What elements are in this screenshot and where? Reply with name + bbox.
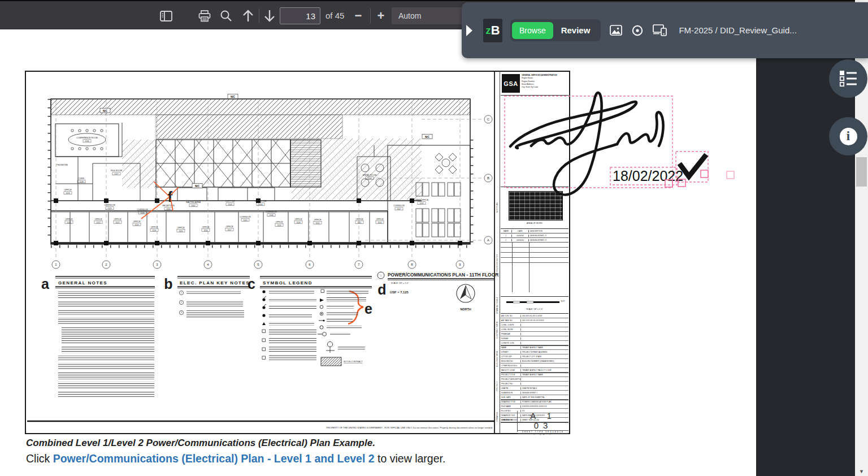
scrollbar-down-arrow[interactable]: ▼ [855, 467, 868, 476]
zoom-in-button[interactable]: + [372, 7, 390, 25]
page-up-icon[interactable] [239, 7, 257, 25]
info-button[interactable]: i [829, 117, 867, 155]
resize-handle[interactable] [678, 179, 685, 187]
svg-text:1118: 1118 [296, 222, 300, 224]
svg-text:f: f [168, 189, 173, 205]
svg-text:SUPPLY RM: SUPPLY RM [255, 200, 266, 202]
search-icon[interactable] [217, 7, 235, 25]
browse-button[interactable]: Browse [512, 22, 553, 39]
svg-text:NIC: NIC [231, 96, 236, 98]
svg-text:1108: 1108 [367, 178, 371, 180]
svg-text:1116: 1116 [203, 230, 207, 232]
svg-text:CORR.: CORR. [78, 178, 85, 180]
svg-text:USF = 7,125: USF = 7,125 [390, 291, 409, 294]
svg-text:OFFICE: OFFICE [114, 218, 121, 220]
svg-text:b: b [164, 276, 172, 292]
svg-text:BREAK ROOM: BREAK ROOM [363, 174, 376, 176]
svg-text:1: 1 [181, 292, 182, 294]
svg-text:SCALE: 1/8" = 1'-0": SCALE: 1/8" = 1'-0" [391, 282, 409, 284]
svg-text:OFFICE: OFFICE [275, 221, 283, 223]
graphic-scale: 16 FT SCALE: 1/8" = 1'-0" [501, 297, 568, 314]
svg-text:CORRIDOR: CORRIDOR [393, 205, 405, 207]
zoom-select[interactable]: Autom [392, 7, 465, 24]
review-button[interactable]: Review [553, 25, 600, 35]
revision-blank-rows [501, 243, 568, 292]
svg-text:NIC: NIC [195, 185, 200, 188]
info-icon: i [840, 128, 857, 145]
drawing-number: A 1 03 [518, 411, 568, 431]
svg-text:SYMBOL LEGEND: SYMBOL LEGEND [263, 280, 313, 285]
svg-text:1129: 1129 [107, 207, 111, 210]
side-label: DRAWING [496, 405, 498, 428]
svg-text:ELEC. PLAN KEY NOTES: ELEC. PLAN KEY NOTES [180, 280, 250, 285]
svg-text:1127: 1127 [114, 173, 118, 175]
elevator-core [156, 140, 321, 187]
print-icon[interactable] [196, 7, 214, 25]
svg-text:OFFICE: OFFICE [376, 218, 384, 220]
agency-line: City, State Zip Code [522, 86, 557, 89]
svg-text:e: e [364, 301, 372, 317]
sidebar-toggle-icon[interactable] [157, 7, 175, 25]
mode-toggle: Browse Review [510, 19, 601, 41]
svg-text:1103: 1103 [228, 204, 232, 206]
svg-text:a: a [41, 276, 50, 292]
plan-link[interactable]: Power/Communications (Electrical) Plan -… [53, 452, 375, 465]
government-notice: PROPERTY OF THE UNITED STATES GOVERNMENT… [327, 426, 493, 429]
devices-icon[interactable] [653, 24, 667, 36]
svg-text:1125: 1125 [67, 222, 71, 224]
zoom-out-button[interactable]: − [349, 7, 367, 25]
scrollbar-thumb[interactable] [856, 157, 867, 187]
svg-text:PHONE RM: PHONE RM [57, 164, 67, 166]
svg-text:1100: 1100 [166, 208, 170, 210]
gsa-header: GSA GENERAL SERVICES ADMINISTRATION Regi… [501, 73, 568, 96]
side-label: DRAWING SCALE [496, 294, 498, 317]
side-label: KEY PLAN [496, 196, 498, 219]
page-down-icon[interactable] [261, 7, 279, 25]
svg-text:1126: 1126 [85, 140, 89, 142]
svg-text:1110: 1110 [377, 222, 381, 224]
svg-text:1107: 1107 [397, 208, 401, 210]
key-plan-thumbnail [509, 191, 563, 220]
titleblock-side-strip: KEY PLAN REVISION NOTES DRAWING SCALE CO… [495, 72, 500, 433]
date-selection-box[interactable] [610, 167, 677, 185]
review-list-button[interactable] [829, 59, 867, 98]
page-number-input[interactable] [280, 7, 320, 24]
building-data-rows: NAMETENANT AGENCY NAMESTREETPROJECT STRE… [501, 345, 568, 373]
svg-text:1120: 1120 [134, 224, 138, 226]
resize-handle[interactable] [701, 170, 708, 178]
svg-text:1104: 1104 [258, 204, 262, 206]
toolbar-divider [259, 8, 259, 23]
svg-text:C: C [487, 118, 490, 121]
date-annotation[interactable]: 18/02/2022 [613, 168, 683, 184]
collapse-arrow-icon[interactable] [466, 25, 472, 36]
svg-text:1130: 1130 [140, 212, 144, 214]
svg-text:CORRIDOR: CORRIDOR [104, 204, 115, 206]
revision-table: MARK DATE DESCRIPTION 1 00/00/00 DESIGN-… [501, 229, 568, 297]
zipboard-logo[interactable]: zB [483, 19, 502, 42]
svg-text:OFFICE: OFFICE [133, 220, 141, 223]
svg-text:d: d [377, 282, 386, 297]
check-selection-box[interactable] [676, 152, 708, 182]
svg-text:FILE ROOM: FILE ROOM [111, 170, 122, 172]
figure-caption: Combined Level 1/Level 2 Power/Communica… [26, 438, 375, 449]
svg-text:OPEN OFFICE: OPEN OFFICE [415, 199, 429, 201]
image-icon[interactable] [610, 25, 622, 36]
toolbar-divider [370, 8, 371, 23]
eye-icon[interactable] [631, 24, 644, 37]
revision-row: 1 00/00/00 DESIGN-INTENT-#1 [501, 233, 568, 238]
checkmark-annotation[interactable] [681, 157, 705, 176]
svg-text:1117: 1117 [227, 229, 231, 231]
svg-text:COPY RM: COPY RM [225, 200, 235, 202]
side-label: PROJECT [496, 375, 498, 397]
resize-handle[interactable] [727, 171, 734, 179]
svg-text:CONFERENCE ROOM: CONFERENCE ROOM [76, 137, 97, 139]
side-label: REVISION NOTES [496, 252, 498, 274]
elec-key-notes-section: ELEC. PLAN KEY NOTES 1 2 3 [177, 276, 250, 319]
key-plan-section: AREA OF WORK [501, 187, 568, 229]
svg-text:OFFICE: OFFICE [294, 218, 302, 220]
svg-text:OFFICE: OFFICE [177, 227, 185, 229]
svg-text:3: 3 [181, 311, 182, 314]
resize-handle[interactable] [665, 180, 672, 187]
scale-label: SCALE: 1/8" = 1'-0" [501, 308, 568, 310]
svg-text:1106: 1106 [269, 214, 273, 217]
